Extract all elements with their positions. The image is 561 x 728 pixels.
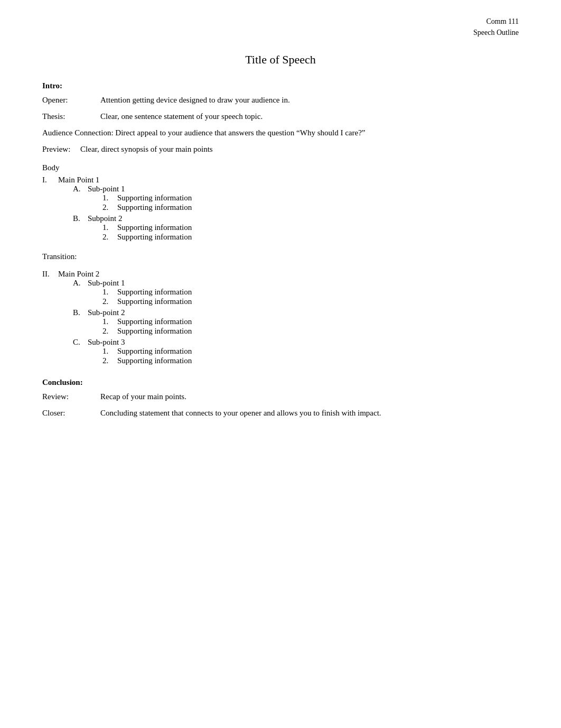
- supporting-1a-1: 1. Supporting information: [102, 193, 192, 202]
- header-line1: Comm 111: [473, 16, 519, 27]
- sub-points-2: A. Sub-point 1 1. Supporting information…: [73, 279, 519, 366]
- main-point-2: II. Main Point 2 A. Sub-point 1 1. Suppo…: [42, 270, 519, 367]
- page-title: Title of Speech: [42, 53, 519, 67]
- opener-row: Opener: Attention getting device designe…: [42, 96, 519, 105]
- supporting-1b: 1. Supporting information 2. Supporting …: [102, 223, 192, 242]
- thesis-row: Thesis: Clear, one sentence statement of…: [42, 112, 519, 121]
- main-point-2-num: II.: [42, 270, 58, 367]
- intro-label: Intro:: [42, 81, 519, 90]
- sub-point-1b: B. Subpoint 2 1. Supporting information …: [73, 214, 519, 242]
- sub-point-1b-content: Subpoint 2 1. Supporting information 2. …: [88, 214, 192, 242]
- supporting-2b-2: 2. Supporting information: [102, 327, 192, 336]
- audience-text: Audience Connection: Direct appeal to yo…: [42, 128, 365, 137]
- sub-point-2a-content: Sub-point 1 1. Supporting information 2.…: [88, 279, 192, 307]
- supporting-2c: 1. Supporting information 2. Supporting …: [102, 347, 192, 365]
- body-label: Body: [42, 163, 519, 172]
- opener-text: Attention getting device designed to dra…: [100, 96, 519, 105]
- supporting-2c-1: 1. Supporting information: [102, 347, 192, 356]
- thesis-text: Clear, one sentence statement of your sp…: [100, 112, 519, 121]
- opener-label: Opener:: [42, 96, 100, 105]
- supporting-1b-2: 2. Supporting information: [102, 233, 192, 242]
- sub-point-2a-label: Sub-point 1: [88, 279, 125, 287]
- supporting-2a-2-text: Supporting information: [117, 297, 192, 306]
- preview-label: Preview:: [42, 145, 70, 153]
- supporting-2b: 1. Supporting information 2. Supporting …: [102, 317, 192, 336]
- sub-point-2b-content: Sub-point 2 1. Supporting information 2.…: [88, 308, 192, 336]
- sub-point-1b-letter: B.: [73, 214, 88, 242]
- supporting-1b-1-text: Supporting information: [117, 223, 192, 232]
- sub-point-1b-label: Subpoint 2: [88, 214, 122, 223]
- main-point-1-label: Main Point 1: [58, 176, 99, 184]
- sub-point-2c-letter: C.: [73, 338, 88, 366]
- supporting-2c-2-text: Supporting information: [117, 356, 192, 365]
- review-label: Review:: [42, 392, 100, 401]
- transition-row: Transition:: [42, 252, 519, 261]
- sub-point-2c-content: Sub-point 3 1. Supporting information 2.…: [88, 338, 192, 366]
- supporting-2a-2: 2. Supporting information: [102, 297, 192, 306]
- supporting-1b-2-text: Supporting information: [117, 233, 192, 242]
- supporting-2a-1: 1. Supporting information: [102, 288, 192, 297]
- closer-text: Concluding statement that connects to yo…: [100, 409, 381, 418]
- sub-point-1a-label: Sub-point 1: [88, 185, 125, 193]
- main-point-1: I. Main Point 1 A. Sub-point 1 1. Suppor…: [42, 176, 519, 244]
- main-point-2-content: Main Point 2 A. Sub-point 1 1. Supportin…: [58, 270, 519, 367]
- supporting-1a-2-text: Supporting information: [117, 203, 192, 212]
- supporting-1a-2: 2. Supporting information: [102, 203, 192, 212]
- main-point-1-content: Main Point 1 A. Sub-point 1 1. Supportin…: [58, 176, 519, 244]
- sub-point-1a: A. Sub-point 1 1. Supporting information…: [73, 185, 519, 213]
- sub-point-2c: C. Sub-point 3 1. Supporting information…: [73, 338, 519, 366]
- supporting-2a-1-text: Supporting information: [117, 288, 192, 297]
- header-line2: Speech Outline: [473, 27, 519, 38]
- sub-point-2c-label: Sub-point 3: [88, 338, 125, 346]
- preview-spacer: [72, 145, 78, 153]
- thesis-label: Thesis:: [42, 112, 100, 121]
- header-info: Comm 111 Speech Outline: [473, 16, 519, 38]
- page: Comm 111 Speech Outline Title of Speech …: [0, 0, 561, 728]
- sub-points-1: A. Sub-point 1 1. Supporting information…: [73, 185, 519, 242]
- sub-point-2b-label: Sub-point 2: [88, 308, 125, 317]
- sub-point-2a-letter: A.: [73, 279, 88, 307]
- review-text: Recap of your main points.: [100, 392, 186, 401]
- supporting-2a: 1. Supporting information 2. Supporting …: [102, 288, 192, 306]
- preview-text: Clear, direct synopsis of your main poin…: [80, 145, 213, 153]
- conclusion-label: Conclusion:: [42, 378, 519, 387]
- sub-point-1a-content: Sub-point 1 1. Supporting information 2.…: [88, 185, 192, 213]
- main-point-2-label: Main Point 2: [58, 270, 99, 278]
- review-row: Review: Recap of your main points.: [42, 392, 519, 401]
- supporting-2c-1-text: Supporting information: [117, 347, 192, 356]
- supporting-2c-2: 2. Supporting information: [102, 356, 192, 365]
- supporting-2b-1: 1. Supporting information: [102, 317, 192, 326]
- audience-row: Audience Connection: Direct appeal to yo…: [42, 128, 519, 137]
- main-point-1-num: I.: [42, 176, 58, 244]
- supporting-1a: 1. Supporting information 2. Supporting …: [102, 193, 192, 212]
- sub-point-2b-letter: B.: [73, 308, 88, 336]
- closer-label: Closer:: [42, 409, 100, 418]
- sub-point-2b: B. Sub-point 2 1. Supporting information…: [73, 308, 519, 336]
- supporting-1b-1: 1. Supporting information: [102, 223, 192, 232]
- supporting-2b-2-text: Supporting information: [117, 327, 192, 336]
- supporting-2b-1-text: Supporting information: [117, 317, 192, 326]
- preview-row: Preview: Clear, direct synopsis of your …: [42, 145, 519, 154]
- supporting-1a-1-text: Supporting information: [117, 193, 192, 202]
- sub-point-1a-letter: A.: [73, 185, 88, 213]
- closer-row: Closer: Concluding statement that connec…: [42, 409, 519, 418]
- sub-point-2a: A. Sub-point 1 1. Supporting information…: [73, 279, 519, 307]
- conclusion-section: Conclusion: Review: Recap of your main p…: [42, 378, 519, 418]
